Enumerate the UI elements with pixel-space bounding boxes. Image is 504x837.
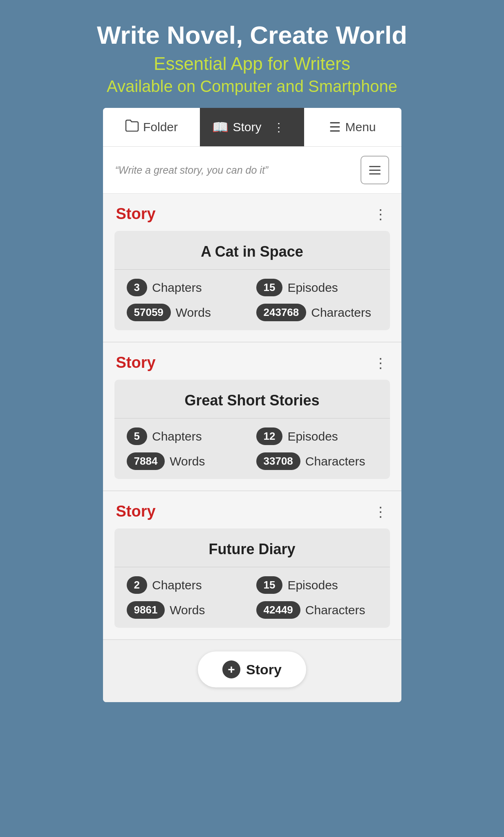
characters-stat-0: 243768 Characters	[256, 304, 378, 321]
chapters-label-1: Chapters	[152, 430, 202, 443]
tab-menu-label: Menu	[345, 120, 376, 134]
story-card-0[interactable]: A Cat in Space 3 Chapters 15 Episodes 57…	[114, 231, 390, 330]
words-badge-1: 7884	[127, 452, 165, 470]
chapters-badge-0: 3	[127, 279, 147, 296]
episodes-stat-0: 15 Episodes	[256, 279, 378, 296]
words-label-2: Words	[170, 603, 205, 617]
tab-story-more[interactable]: ⋮	[266, 121, 292, 134]
words-badge-0: 57059	[127, 304, 171, 321]
subtitle-platforms: Available on Computer and Smartphone	[8, 77, 496, 96]
episodes-label-1: Episodes	[287, 430, 338, 443]
tab-folder-label: Folder	[143, 120, 178, 134]
stories-container: Story ⋮ A Cat in Space 3 Chapters 15 Epi…	[103, 194, 401, 640]
episodes-stat-1: 12 Episodes	[256, 427, 378, 445]
story-section-0: Story ⋮ A Cat in Space 3 Chapters 15 Epi…	[103, 194, 401, 342]
characters-stat-1: 33708 Characters	[256, 452, 378, 470]
chapters-stat-1: 5 Chapters	[127, 427, 248, 445]
story-stats-2: 2 Chapters 15 Episodes 9861 Words 42449 …	[114, 567, 390, 628]
episodes-stat-2: 15 Episodes	[256, 576, 378, 594]
episodes-badge-2: 15	[256, 576, 283, 594]
chapters-badge-1: 5	[127, 427, 147, 445]
folder-icon	[125, 119, 139, 135]
episodes-label-0: Episodes	[287, 281, 338, 295]
story-section-2: Story ⋮ Future Diary 2 Chapters 15 Episo…	[103, 491, 401, 640]
svg-rect-1	[369, 170, 381, 171]
motto-bar: “Write a great story, you can do it”	[103, 147, 401, 194]
app-container: Folder 📖 Story ⋮ ☰ Menu “Write a great s…	[103, 108, 401, 702]
story-section-label-0: Story	[116, 205, 156, 223]
words-label-1: Words	[170, 454, 205, 468]
app-title: Write Novel, Create World	[8, 20, 496, 49]
episodes-badge-1: 12	[256, 427, 283, 445]
add-story-label: Story	[246, 662, 282, 678]
book-icon: 📖	[212, 119, 228, 135]
characters-badge-2: 42449	[256, 601, 300, 619]
chapters-label-0: Chapters	[152, 281, 202, 295]
chapters-label-2: Chapters	[152, 578, 202, 592]
story-more-button-0[interactable]: ⋮	[374, 206, 388, 222]
header-area: Write Novel, Create World Essential App …	[0, 0, 504, 108]
menu-icon: ☰	[329, 119, 341, 135]
words-stat-1: 7884 Words	[127, 452, 248, 470]
story-title-0: A Cat in Space	[114, 231, 390, 270]
story-title-2: Future Diary	[114, 528, 390, 567]
words-label-0: Words	[176, 306, 211, 320]
tab-menu[interactable]: ☰ Menu	[304, 108, 401, 146]
story-section-1: Story ⋮ Great Short Stories 5 Chapters 1…	[103, 342, 401, 491]
story-section-header-1: Story ⋮	[103, 342, 401, 380]
characters-badge-1: 33708	[256, 452, 300, 470]
add-story-bar: + Story	[103, 640, 401, 702]
tab-bar: Folder 📖 Story ⋮ ☰ Menu	[103, 108, 401, 147]
tab-story-label: Story	[233, 120, 261, 134]
story-more-button-2[interactable]: ⋮	[374, 504, 388, 520]
story-section-label-1: Story	[116, 354, 156, 372]
words-stat-2: 9861 Words	[127, 601, 248, 619]
story-card-2[interactable]: Future Diary 2 Chapters 15 Episodes 9861…	[114, 528, 390, 628]
list-view-button[interactable]	[361, 156, 389, 184]
subtitle-writers: Essential App for Writers	[8, 54, 496, 74]
story-stats-0: 3 Chapters 15 Episodes 57059 Words 24376…	[114, 270, 390, 330]
svg-rect-0	[369, 166, 381, 167]
characters-badge-0: 243768	[256, 304, 307, 321]
characters-label-0: Characters	[311, 306, 371, 320]
plus-icon: +	[222, 660, 240, 678]
words-badge-2: 9861	[127, 601, 165, 619]
chapters-stat-2: 2 Chapters	[127, 576, 248, 594]
story-section-header-2: Story ⋮	[103, 491, 401, 528]
story-section-label-2: Story	[116, 503, 156, 520]
story-more-button-1[interactable]: ⋮	[374, 355, 388, 371]
tab-story[interactable]: 📖 Story ⋮	[200, 108, 304, 146]
chapters-badge-2: 2	[127, 576, 147, 594]
episodes-label-2: Episodes	[287, 578, 338, 592]
motto-text: “Write a great story, you can do it”	[115, 164, 269, 176]
story-title-1: Great Short Stories	[114, 380, 390, 418]
words-stat-0: 57059 Words	[127, 304, 248, 321]
characters-stat-2: 42449 Characters	[256, 601, 378, 619]
episodes-badge-0: 15	[256, 279, 283, 296]
story-section-header-0: Story ⋮	[103, 194, 401, 231]
story-card-1[interactable]: Great Short Stories 5 Chapters 12 Episod…	[114, 380, 390, 479]
characters-label-1: Characters	[305, 454, 365, 468]
story-stats-1: 5 Chapters 12 Episodes 7884 Words 33708 …	[114, 418, 390, 479]
chapters-stat-0: 3 Chapters	[127, 279, 248, 296]
tab-folder[interactable]: Folder	[103, 108, 200, 146]
add-story-button[interactable]: + Story	[198, 651, 306, 687]
svg-rect-2	[369, 173, 381, 175]
characters-label-2: Characters	[305, 603, 365, 617]
